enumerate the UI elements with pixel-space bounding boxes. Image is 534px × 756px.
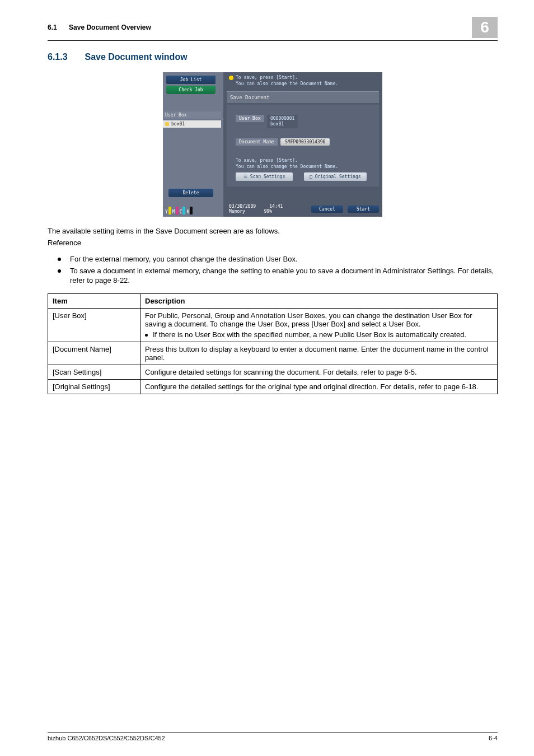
screenshot-left-panel: Job List Check Job User Box box01 Delete… — [163, 72, 223, 217]
hint-icon — [229, 76, 233, 80]
original-icon: ◫ — [310, 174, 315, 179]
userbox-list-item[interactable]: box01 — [163, 120, 221, 128]
section-title: Save Document Overview — [69, 24, 151, 31]
table-row: [Scan Settings] Configure detailed setti… — [48, 365, 498, 379]
hint-bar: To save, press [Start]. You can also cha… — [227, 74, 379, 88]
screenshot-footer: 03/30/2009 14:41 Memory 99% Cancel Start — [227, 203, 379, 214]
original-settings-button[interactable]: ◫ Original Settings — [304, 172, 367, 181]
page-footer: bizhub C652/C652DS/C552/C552DS/C452 6-4 — [48, 732, 498, 741]
reference-bullet-2: To save a document in external memory, c… — [48, 266, 498, 286]
section-number: 6.1 — [48, 24, 57, 31]
pane-hint-line-1: To save, press [Start]. — [236, 158, 298, 163]
hint-line-1: To save, press [Start]. — [236, 75, 298, 80]
table-head-description: Description — [140, 293, 498, 308]
pane-hint-line-2: You can also change the Document Name. — [236, 164, 338, 169]
table-desc-cell: Configure detailed settings for scanning… — [140, 365, 498, 379]
subsection-number: 6.1.3 — [48, 52, 82, 62]
footer-rule — [48, 732, 498, 732]
toner-indicator: Y M C K — [165, 207, 193, 214]
start-button[interactable]: Start — [348, 206, 379, 213]
table-desc-text: For Public, Personal, Group and Annotati… — [145, 311, 472, 328]
hint-line-2: You can also change the Document Name. — [236, 81, 338, 86]
cancel-button[interactable]: Cancel — [311, 206, 343, 213]
userbox-field: User Box 000000001 box01 — [236, 115, 298, 128]
delete-button[interactable]: Delete — [168, 189, 213, 197]
table-row: [Original Settings] Configure the detail… — [48, 379, 498, 394]
original-settings-label: Original Settings — [315, 174, 361, 179]
pane-title: Save Document — [227, 91, 379, 103]
table-row: [User Box] For Public, Personal, Group a… — [48, 308, 498, 342]
checkjob-tab[interactable]: Check Job — [166, 86, 216, 94]
userbox-field-name: box01 — [270, 122, 284, 127]
joblist-tab[interactable]: Job List — [166, 76, 216, 84]
pane-hint-text: To save, press [Start]. You can also cha… — [236, 157, 373, 170]
scan-icon: ☰ — [243, 174, 250, 179]
reference-label: Reference — [48, 239, 498, 247]
scan-settings-label: Scan Settings — [250, 174, 285, 179]
device-screenshot: Job List Check Job User Box box01 Delete… — [163, 72, 382, 217]
main-pane: User Box 000000001 box01 Document Name S… — [227, 105, 379, 186]
document-name-field: Document Name SMFP09033014390 — [236, 138, 330, 146]
userbox-field-label[interactable]: User Box — [236, 115, 264, 122]
page-number: 6-4 — [489, 735, 498, 741]
table-item-cell: [Original Settings] — [48, 379, 140, 394]
header-rule — [48, 40, 498, 41]
description-table: Item Description [User Box] For Public, … — [48, 293, 498, 394]
table-item-cell: [User Box] — [48, 308, 140, 342]
chapter-number-box: 6 — [472, 17, 498, 38]
reference-bullets: For the external memory, you cannot chan… — [48, 254, 498, 286]
table-desc-bullet: If there is no User Box with the specifi… — [145, 330, 493, 339]
folder-icon — [165, 122, 169, 126]
document-name-value[interactable]: SMFP09033014390 — [280, 138, 330, 146]
chapter-number: 6 — [480, 18, 489, 36]
reference-bullet-1: For the external memory, you cannot chan… — [48, 254, 498, 264]
running-header: 6.1 Save Document Overview — [48, 24, 151, 31]
userbox-field-number: 000000001 — [270, 116, 294, 121]
document-name-label[interactable]: Document Name — [236, 138, 278, 146]
table-item-cell: [Scan Settings] — [48, 365, 140, 379]
userbox-list-header: User Box — [163, 111, 221, 119]
footer-time: 14:41 — [269, 204, 283, 209]
intro-paragraph: The available setting items in the Save … — [48, 227, 498, 235]
footer-memory-label: Memory — [229, 209, 245, 214]
table-desc-cell: Configure the detailed settings for the … — [140, 379, 498, 394]
table-head-item: Item — [48, 293, 140, 308]
footer-memory-value: 99% — [264, 209, 272, 214]
table-desc-cell: For Public, Personal, Group and Annotati… — [140, 308, 498, 342]
scan-settings-button[interactable]: ☰ Scan Settings — [236, 172, 293, 181]
subsection-title: Save Document window — [85, 52, 187, 62]
table-row: [Document Name] Press this button to dis… — [48, 342, 498, 365]
product-name: bizhub C652/C652DS/C552/C552DS/C452 — [48, 735, 165, 741]
table-item-cell: [Document Name] — [48, 342, 140, 365]
footer-date: 03/30/2009 — [229, 204, 256, 209]
subsection-heading: 6.1.3 Save Document window — [48, 52, 498, 62]
userbox-list-item-label: box01 — [171, 122, 185, 127]
table-desc-cell: Press this button to display a keyboard … — [140, 342, 498, 365]
